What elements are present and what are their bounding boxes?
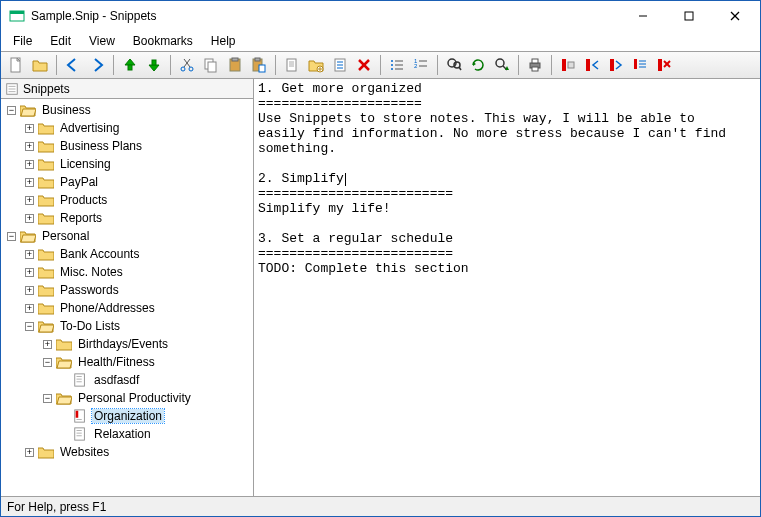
editor[interactable]: 1. Get more organized ==================…: [254, 79, 760, 496]
expander-icon[interactable]: −: [43, 394, 52, 403]
window-title: Sample.Snip - Snippets: [31, 9, 620, 23]
print-button[interactable]: [524, 54, 546, 76]
statusbar: For Help, press F1: [1, 496, 760, 516]
new-folder-button[interactable]: [305, 54, 327, 76]
tree-label: Business Plans: [58, 139, 144, 153]
editor-line: 3. Set a regular schedule: [258, 231, 453, 246]
down-button[interactable]: [143, 54, 165, 76]
open-button[interactable]: [29, 54, 51, 76]
expander-icon[interactable]: +: [25, 304, 34, 313]
svg-rect-19: [255, 58, 260, 61]
tree-item-business[interactable]: − Business: [1, 101, 253, 119]
cut-button[interactable]: [176, 54, 198, 76]
up-button[interactable]: [119, 54, 141, 76]
menu-bookmarks[interactable]: Bookmarks: [125, 32, 201, 50]
editor-line: 2. Simplify: [258, 171, 344, 186]
new-button[interactable]: [5, 54, 27, 76]
folder-icon: [38, 193, 54, 207]
expander-icon[interactable]: +: [25, 268, 34, 277]
expander-icon[interactable]: +: [25, 286, 34, 295]
tree-item-misc-notes[interactable]: +Misc. Notes: [1, 263, 253, 281]
menubar: File Edit View Bookmarks Help: [1, 31, 760, 51]
tree-label: Birthdays/Events: [76, 337, 170, 351]
paste-special-button[interactable]: [248, 54, 270, 76]
new-page-button[interactable]: [281, 54, 303, 76]
svg-rect-52: [532, 59, 538, 63]
expander-icon[interactable]: +: [25, 142, 34, 151]
expander-icon[interactable]: −: [7, 232, 16, 241]
close-button[interactable]: [712, 2, 758, 30]
tree-item-health[interactable]: −Health/Fitness: [1, 353, 253, 371]
svg-rect-17: [232, 58, 238, 61]
bookmark-list-button[interactable]: [629, 54, 651, 76]
tree-item-bank-accounts[interactable]: +Bank Accounts: [1, 245, 253, 263]
folder-icon: [38, 265, 54, 279]
tree-label: Organization: [92, 409, 164, 423]
back-button[interactable]: [62, 54, 84, 76]
tree-item-websites[interactable]: +Websites: [1, 443, 253, 461]
bookmark-red-button[interactable]: [557, 54, 579, 76]
svg-rect-1: [10, 11, 24, 14]
tree-item-todo-lists[interactable]: −To-Do Lists: [1, 317, 253, 335]
editor-line: something.: [258, 141, 336, 156]
tree-item-paypal[interactable]: +PayPal: [1, 173, 253, 191]
expander-icon[interactable]: +: [25, 448, 34, 457]
tree-item-birthdays[interactable]: +Birthdays/Events: [1, 335, 253, 353]
expander-icon[interactable]: +: [25, 196, 34, 205]
tree-item-phone-addresses[interactable]: +Phone/Addresses: [1, 299, 253, 317]
menu-view[interactable]: View: [81, 32, 123, 50]
bookmark-next-button[interactable]: [605, 54, 627, 76]
expander-icon[interactable]: −: [43, 358, 52, 367]
numbered-list-button[interactable]: 12: [410, 54, 432, 76]
menu-help[interactable]: Help: [203, 32, 244, 50]
paste-button[interactable]: [224, 54, 246, 76]
tree-header: Snippets: [1, 79, 253, 99]
tree-item-passwords[interactable]: +Passwords: [1, 281, 253, 299]
tree-item-products[interactable]: +Products: [1, 191, 253, 209]
find-next-button[interactable]: [491, 54, 513, 76]
forward-button[interactable]: [86, 54, 108, 76]
main: Snippets − Business +Advertising +Busine…: [1, 79, 760, 496]
list-button[interactable]: [386, 54, 408, 76]
tree-label: Misc. Notes: [58, 265, 125, 279]
expander-icon[interactable]: +: [25, 250, 34, 259]
tree-item-asdfasdf[interactable]: asdfasdf: [1, 371, 253, 389]
tree-item-personal-productivity[interactable]: −Personal Productivity: [1, 389, 253, 407]
svg-rect-58: [634, 59, 637, 69]
expander-icon[interactable]: +: [43, 340, 52, 349]
expander-icon[interactable]: −: [25, 322, 34, 331]
expander-icon[interactable]: +: [25, 214, 34, 223]
svg-rect-15: [208, 62, 216, 72]
expander-icon[interactable]: −: [7, 106, 16, 115]
tree-item-relaxation[interactable]: Relaxation: [1, 425, 253, 443]
menu-file[interactable]: File: [5, 32, 40, 50]
tree-label: Personal Productivity: [76, 391, 193, 405]
app-icon: [9, 8, 25, 24]
folder-open-icon: [20, 229, 36, 243]
properties-button[interactable]: [329, 54, 351, 76]
find-button[interactable]: [443, 54, 465, 76]
copy-button[interactable]: [200, 54, 222, 76]
toolbar: 12: [1, 51, 760, 79]
expander-icon[interactable]: +: [25, 178, 34, 187]
delete-button[interactable]: [353, 54, 375, 76]
bookmark-prev-button[interactable]: [581, 54, 603, 76]
folder-open-icon: [38, 319, 54, 333]
expander-icon[interactable]: +: [25, 160, 34, 169]
refresh-button[interactable]: [467, 54, 489, 76]
menu-edit[interactable]: Edit: [42, 32, 79, 50]
tree-item-licensing[interactable]: +Licensing: [1, 155, 253, 173]
maximize-button[interactable]: [666, 2, 712, 30]
minimize-button[interactable]: [620, 2, 666, 30]
status-text: For Help, press F1: [7, 500, 106, 514]
tree-item-reports[interactable]: +Reports: [1, 209, 253, 227]
tree-body[interactable]: − Business +Advertising +Business Plans …: [1, 99, 253, 496]
tree-item-advertising[interactable]: +Advertising: [1, 119, 253, 137]
tree-item-business-plans[interactable]: +Business Plans: [1, 137, 253, 155]
tree-item-organization[interactable]: Organization: [1, 407, 253, 425]
editor-line: easily find information. No more stress …: [258, 126, 726, 141]
bookmark-delete-button[interactable]: [653, 54, 675, 76]
folder-icon: [38, 121, 54, 135]
tree-item-personal[interactable]: −Personal: [1, 227, 253, 245]
expander-icon[interactable]: +: [25, 124, 34, 133]
